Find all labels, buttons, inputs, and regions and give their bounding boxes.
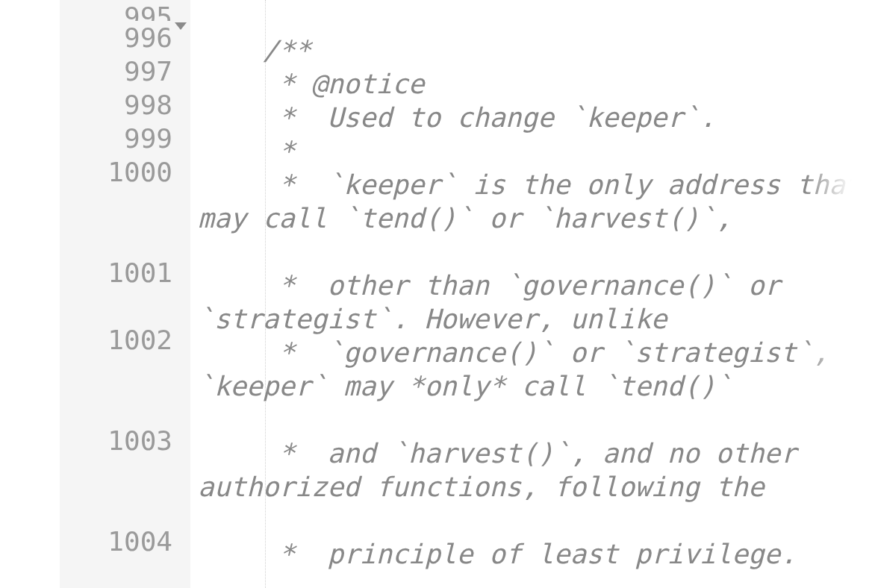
line-number-gutter: 995 996 997 998 999 1000 1001 1002 1003 … [60,0,190,588]
code-line[interactable]: * `keeper` is the only address that may … [198,168,865,269]
code-line[interactable] [198,0,865,34]
code-line[interactable]: * principle of least privilege. [198,537,865,588]
line-number: 1000 [60,155,190,256]
code-line[interactable]: * and `harvest()`, and no other authoriz… [198,437,865,537]
code-line[interactable]: * Used to change `keeper`. [198,101,865,134]
line-number: 1004 [60,525,190,588]
fold-marker-icon[interactable] [175,22,187,30]
code-content[interactable]: /** * @notice * Used to change `keeper`.… [190,0,865,588]
code-line[interactable]: /** [198,34,865,67]
code-line[interactable]: * other than `governance()` or `strategi… [198,269,865,336]
code-line[interactable]: * @notice [198,67,865,101]
code-line[interactable]: * [198,134,865,168]
line-number: 1002 [60,323,190,424]
line-number: 996 [60,21,190,54]
line-number: 998 [60,88,190,122]
line-number: 995 [60,0,190,21]
line-number: 997 [60,54,190,88]
line-number: 1003 [60,424,190,525]
scrollbar-vertical[interactable] [859,0,872,588]
code-line[interactable]: * `governance()` or `strategist`, `keepe… [198,336,865,437]
line-number: 1001 [60,256,190,323]
line-number: 999 [60,122,190,155]
code-editor[interactable]: 995 996 997 998 999 1000 1001 1002 1003 … [0,0,872,588]
